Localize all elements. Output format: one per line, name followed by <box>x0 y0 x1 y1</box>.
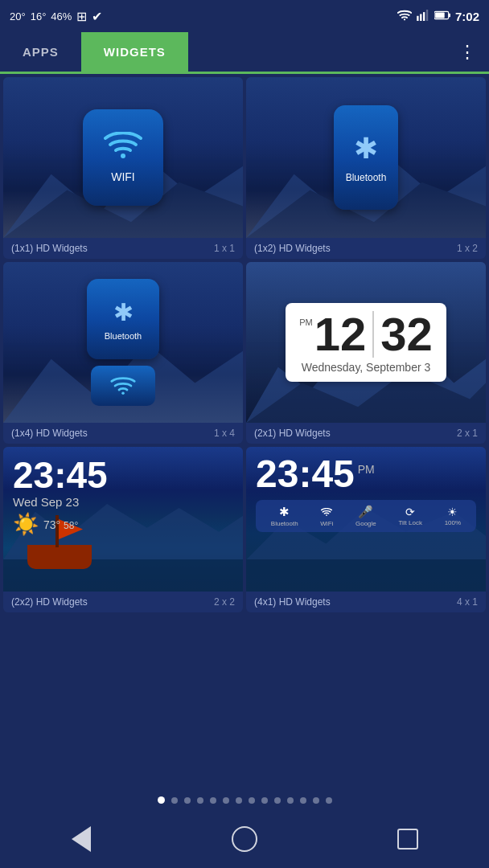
quick-tilt-lock: ⟳ Tilt Lock <box>398 506 422 526</box>
dot-0[interactable] <box>158 796 165 804</box>
widget-bluetooth-1x2[interactable]: ✱ Bluetooth (1x2) HD Widgets 1 x 2 <box>246 77 486 259</box>
status-right: 7:02 <box>397 10 479 23</box>
widget-bluetooth-1x4[interactable]: ✱ Bluetooth (1x4) HD Widgets 1 x 4 <box>3 262 243 444</box>
widget-clock-4x1[interactable]: 23:45 PM ✱ Bluetooth WiFi 🎤 <box>246 447 486 612</box>
dot-9[interactable] <box>274 797 281 804</box>
dot-10[interactable] <box>287 797 294 804</box>
quick-wifi: WiFi <box>320 506 333 527</box>
widget-footer-bt-tall: (1x4) HD Widgets 1 x 4 <box>3 423 243 444</box>
wifi-label: WIFI <box>111 170 135 183</box>
bottom-widget-row: 23:45 Wed Sep 23 ☀️ 73° 58° (2x2) HD Wid… <box>0 447 489 616</box>
nav-home-button[interactable] <box>228 823 261 855</box>
dot-13[interactable] <box>326 797 332 804</box>
widget-name-clock-2x1: (2x1) HD Widgets <box>254 428 331 439</box>
dot-7[interactable] <box>249 797 255 804</box>
status-bar: 20° 16° 46% ⊞ ✔ 7:02 <box>0 0 489 32</box>
dot-5[interactable] <box>223 797 229 804</box>
wifi-icon <box>104 132 142 164</box>
bluetooth-tall-button[interactable]: ✱ Bluetooth <box>87 279 159 359</box>
widget-name-wifi: (1x1) HD Widgets <box>11 243 88 254</box>
page-dots <box>0 796 489 804</box>
battery-pct: 46% <box>51 10 72 23</box>
widget-size-bt-tall: 1 x 4 <box>214 428 235 439</box>
home-icon <box>232 826 257 852</box>
widget-wifi-1x1[interactable]: WIFI (1x1) HD Widgets 1 x 1 <box>3 77 243 259</box>
tab-widgets[interactable]: WIDGETS <box>81 32 188 72</box>
flip-clock-display: PM 12 32 Wednesday, September 3 <box>286 303 446 382</box>
check-icon: ✔ <box>92 9 102 24</box>
dot-6[interactable] <box>236 797 242 804</box>
widget-name-bt: (1x2) HD Widgets <box>254 243 331 254</box>
widget-name-bt-tall: (1x4) HD Widgets <box>11 428 88 439</box>
widget-footer-2x2: (2x2) HD Widgets 2 x 2 <box>3 592 243 612</box>
dot-8[interactable] <box>261 797 268 804</box>
temp-display: 73° 58° <box>43 518 78 531</box>
bluetooth-icon: ✱ <box>354 132 378 166</box>
widget-clock-2x1[interactable]: PM 12 32 Wednesday, September 3 (2x1) HD… <box>246 262 486 444</box>
bluetooth-toggle-button[interactable]: ✱ Bluetooth <box>334 105 398 210</box>
dot-4[interactable] <box>210 797 216 804</box>
clock-4x1-time: 23:45 <box>256 455 355 493</box>
dot-1[interactable] <box>171 797 178 804</box>
clock-2x2-date: Wed Sep 23 <box>13 495 108 509</box>
widget-name-4x1: (4x1) HD Widgets <box>254 596 331 608</box>
quick-google: 🎤 Google <box>355 505 376 527</box>
clock-4x1-pm: PM <box>358 463 375 476</box>
svg-rect-6 <box>449 13 450 17</box>
recent-icon <box>397 829 418 850</box>
quick-icons-bar: ✱ Bluetooth WiFi 🎤 Google ⟳ <box>256 500 476 532</box>
clock-display: 7:02 <box>455 10 479 23</box>
bluetooth-label: Bluetooth <box>346 172 387 183</box>
battery-icon <box>434 10 450 23</box>
more-menu-button[interactable]: ⋮ <box>446 32 489 72</box>
nav-recent-button[interactable] <box>392 823 424 855</box>
widget-clock-2x2[interactable]: 23:45 Wed Sep 23 ☀️ 73° 58° (2x2) HD Wid… <box>3 447 243 612</box>
svg-rect-7 <box>435 12 445 18</box>
svg-rect-1 <box>417 15 418 20</box>
clock-2x2-preview: 23:45 Wed Sep 23 ☀️ 73° 58° <box>3 447 243 592</box>
wifi-mini-button[interactable] <box>91 366 155 406</box>
widget-size-2x2: 2 x 2 <box>214 596 235 608</box>
quick-bluetooth: ✱ Bluetooth <box>271 505 298 527</box>
widget-footer-4x1: (4x1) HD Widgets 4 x 1 <box>246 592 486 612</box>
widget-size-4x1: 4 x 1 <box>457 596 478 608</box>
status-left: 20° 16° 46% ⊞ ✔ <box>10 9 102 24</box>
clock-am-pm: PM <box>299 317 313 327</box>
widget-footer-bluetooth: (1x2) HD Widgets 1 x 2 <box>246 238 486 259</box>
nav-back-button[interactable] <box>65 823 97 855</box>
temp-low: 16° <box>31 10 47 23</box>
dot-11[interactable] <box>300 797 306 804</box>
dot-12[interactable] <box>313 797 319 804</box>
widget-name-2x2: (2x2) HD Widgets <box>11 596 88 608</box>
widget-size-bt: 1 x 2 <box>457 243 478 254</box>
clock-4x1-content: 23:45 PM ✱ Bluetooth WiFi 🎤 <box>256 455 476 532</box>
clock-4x1-preview: 23:45 PM ✱ Bluetooth WiFi 🎤 <box>246 447 486 592</box>
clock-2x2-time: 23:45 <box>13 457 108 493</box>
tab-apps[interactable]: APPS <box>0 32 81 72</box>
svg-rect-4 <box>426 10 428 21</box>
clock-minute: 32 <box>374 311 433 358</box>
wifi-status-icon <box>397 10 412 23</box>
svg-point-0 <box>404 18 405 20</box>
bluetooth-tall-label: Bluetooth <box>105 331 142 341</box>
clock-date: Wednesday, September 3 <box>298 361 434 374</box>
svg-rect-3 <box>423 12 425 21</box>
tab-bar: APPS WIDGETS ⋮ <box>0 32 489 74</box>
svg-point-10 <box>121 154 125 158</box>
bluetooth-tall-icon: ✱ <box>113 298 134 326</box>
widget-size-wifi: 1 x 1 <box>214 243 235 254</box>
widget-footer-wifi: (1x1) HD Widgets 1 x 1 <box>3 238 243 259</box>
dot-3[interactable] <box>197 797 203 804</box>
svg-point-19 <box>326 514 327 516</box>
dot-2[interactable] <box>184 797 191 804</box>
temp-high: 20° <box>10 10 26 23</box>
clock-hour: 12 <box>314 311 375 358</box>
tasker-icon: ⊞ <box>76 9 87 24</box>
widget-footer-clock-2x1: (2x1) HD Widgets 2 x 1 <box>246 423 486 444</box>
signal-icon <box>417 10 429 23</box>
sun-icon: ☀️ <box>13 512 39 537</box>
nav-bar <box>0 810 489 868</box>
widget-size-clock-2x1: 2 x 1 <box>457 428 478 439</box>
wifi-toggle-button[interactable]: WIFI <box>83 109 163 206</box>
quick-brightness: ☀ 100% <box>445 506 461 526</box>
